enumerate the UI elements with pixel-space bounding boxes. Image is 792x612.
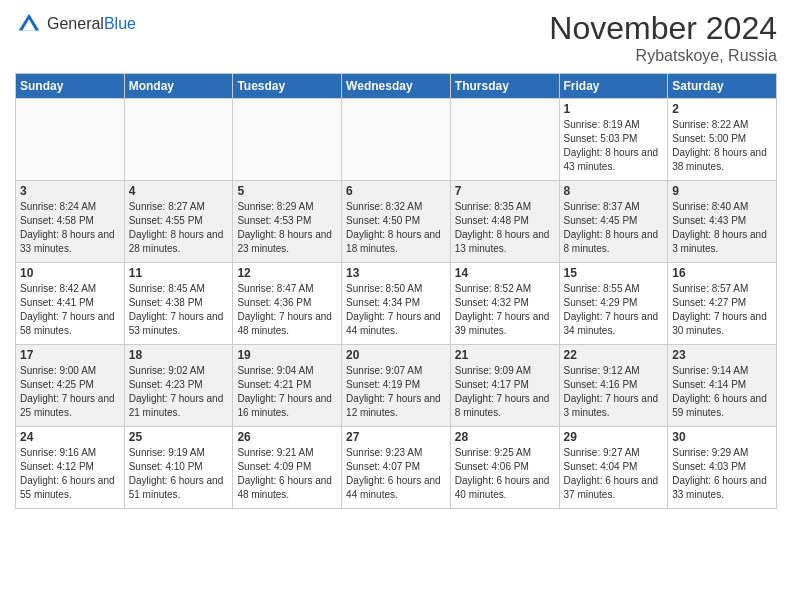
header-row: SundayMondayTuesdayWednesdayThursdayFrid… bbox=[16, 74, 777, 99]
col-header-wednesday: Wednesday bbox=[342, 74, 451, 99]
day-info: Sunrise: 8:55 AM Sunset: 4:29 PM Dayligh… bbox=[564, 282, 664, 338]
day-number: 30 bbox=[672, 430, 772, 444]
col-header-monday: Monday bbox=[124, 74, 233, 99]
day-cell: 27Sunrise: 9:23 AM Sunset: 4:07 PM Dayli… bbox=[342, 427, 451, 509]
day-info: Sunrise: 8:22 AM Sunset: 5:00 PM Dayligh… bbox=[672, 118, 772, 174]
day-info: Sunrise: 9:07 AM Sunset: 4:19 PM Dayligh… bbox=[346, 364, 446, 420]
day-number: 2 bbox=[672, 102, 772, 116]
col-header-thursday: Thursday bbox=[450, 74, 559, 99]
day-number: 7 bbox=[455, 184, 555, 198]
day-cell: 2Sunrise: 8:22 AM Sunset: 5:00 PM Daylig… bbox=[668, 99, 777, 181]
month-title: November 2024 bbox=[549, 10, 777, 47]
day-cell: 19Sunrise: 9:04 AM Sunset: 4:21 PM Dayli… bbox=[233, 345, 342, 427]
day-number: 10 bbox=[20, 266, 120, 280]
day-number: 9 bbox=[672, 184, 772, 198]
day-cell: 22Sunrise: 9:12 AM Sunset: 4:16 PM Dayli… bbox=[559, 345, 668, 427]
day-cell bbox=[124, 99, 233, 181]
col-header-sunday: Sunday bbox=[16, 74, 125, 99]
col-header-friday: Friday bbox=[559, 74, 668, 99]
day-number: 6 bbox=[346, 184, 446, 198]
col-header-tuesday: Tuesday bbox=[233, 74, 342, 99]
title-block: November 2024 Rybatskoye, Russia bbox=[549, 10, 777, 65]
day-number: 26 bbox=[237, 430, 337, 444]
main-container: GeneralBlue November 2024 Rybatskoye, Ru… bbox=[0, 0, 792, 519]
day-info: Sunrise: 8:45 AM Sunset: 4:38 PM Dayligh… bbox=[129, 282, 229, 338]
location: Rybatskoye, Russia bbox=[549, 47, 777, 65]
day-cell: 11Sunrise: 8:45 AM Sunset: 4:38 PM Dayli… bbox=[124, 263, 233, 345]
day-info: Sunrise: 8:47 AM Sunset: 4:36 PM Dayligh… bbox=[237, 282, 337, 338]
day-number: 12 bbox=[237, 266, 337, 280]
day-cell: 10Sunrise: 8:42 AM Sunset: 4:41 PM Dayli… bbox=[16, 263, 125, 345]
day-info: Sunrise: 9:09 AM Sunset: 4:17 PM Dayligh… bbox=[455, 364, 555, 420]
day-number: 8 bbox=[564, 184, 664, 198]
day-info: Sunrise: 9:04 AM Sunset: 4:21 PM Dayligh… bbox=[237, 364, 337, 420]
day-cell bbox=[16, 99, 125, 181]
day-number: 1 bbox=[564, 102, 664, 116]
day-info: Sunrise: 9:21 AM Sunset: 4:09 PM Dayligh… bbox=[237, 446, 337, 502]
week-row-4: 17Sunrise: 9:00 AM Sunset: 4:25 PM Dayli… bbox=[16, 345, 777, 427]
day-cell: 24Sunrise: 9:16 AM Sunset: 4:12 PM Dayli… bbox=[16, 427, 125, 509]
day-info: Sunrise: 9:19 AM Sunset: 4:10 PM Dayligh… bbox=[129, 446, 229, 502]
day-info: Sunrise: 9:02 AM Sunset: 4:23 PM Dayligh… bbox=[129, 364, 229, 420]
header: GeneralBlue November 2024 Rybatskoye, Ru… bbox=[15, 10, 777, 65]
logo-blue: Blue bbox=[104, 15, 136, 32]
day-number: 28 bbox=[455, 430, 555, 444]
day-cell: 29Sunrise: 9:27 AM Sunset: 4:04 PM Dayli… bbox=[559, 427, 668, 509]
day-number: 27 bbox=[346, 430, 446, 444]
day-number: 17 bbox=[20, 348, 120, 362]
day-info: Sunrise: 9:16 AM Sunset: 4:12 PM Dayligh… bbox=[20, 446, 120, 502]
day-cell: 21Sunrise: 9:09 AM Sunset: 4:17 PM Dayli… bbox=[450, 345, 559, 427]
day-number: 22 bbox=[564, 348, 664, 362]
day-info: Sunrise: 9:14 AM Sunset: 4:14 PM Dayligh… bbox=[672, 364, 772, 420]
day-cell: 25Sunrise: 9:19 AM Sunset: 4:10 PM Dayli… bbox=[124, 427, 233, 509]
day-number: 18 bbox=[129, 348, 229, 362]
day-info: Sunrise: 8:42 AM Sunset: 4:41 PM Dayligh… bbox=[20, 282, 120, 338]
day-cell: 26Sunrise: 9:21 AM Sunset: 4:09 PM Dayli… bbox=[233, 427, 342, 509]
day-cell: 23Sunrise: 9:14 AM Sunset: 4:14 PM Dayli… bbox=[668, 345, 777, 427]
week-row-3: 10Sunrise: 8:42 AM Sunset: 4:41 PM Dayli… bbox=[16, 263, 777, 345]
day-info: Sunrise: 8:29 AM Sunset: 4:53 PM Dayligh… bbox=[237, 200, 337, 256]
week-row-2: 3Sunrise: 8:24 AM Sunset: 4:58 PM Daylig… bbox=[16, 181, 777, 263]
day-number: 19 bbox=[237, 348, 337, 362]
day-info: Sunrise: 9:29 AM Sunset: 4:03 PM Dayligh… bbox=[672, 446, 772, 502]
day-number: 21 bbox=[455, 348, 555, 362]
day-info: Sunrise: 8:37 AM Sunset: 4:45 PM Dayligh… bbox=[564, 200, 664, 256]
day-cell: 18Sunrise: 9:02 AM Sunset: 4:23 PM Dayli… bbox=[124, 345, 233, 427]
day-info: Sunrise: 9:25 AM Sunset: 4:06 PM Dayligh… bbox=[455, 446, 555, 502]
logo-text: GeneralBlue bbox=[47, 15, 136, 33]
day-cell bbox=[233, 99, 342, 181]
day-cell bbox=[450, 99, 559, 181]
day-info: Sunrise: 8:32 AM Sunset: 4:50 PM Dayligh… bbox=[346, 200, 446, 256]
day-number: 15 bbox=[564, 266, 664, 280]
day-info: Sunrise: 8:35 AM Sunset: 4:48 PM Dayligh… bbox=[455, 200, 555, 256]
day-info: Sunrise: 8:52 AM Sunset: 4:32 PM Dayligh… bbox=[455, 282, 555, 338]
day-cell: 6Sunrise: 8:32 AM Sunset: 4:50 PM Daylig… bbox=[342, 181, 451, 263]
day-cell: 15Sunrise: 8:55 AM Sunset: 4:29 PM Dayli… bbox=[559, 263, 668, 345]
day-info: Sunrise: 8:40 AM Sunset: 4:43 PM Dayligh… bbox=[672, 200, 772, 256]
day-number: 5 bbox=[237, 184, 337, 198]
day-cell: 3Sunrise: 8:24 AM Sunset: 4:58 PM Daylig… bbox=[16, 181, 125, 263]
logo: GeneralBlue bbox=[15, 10, 136, 38]
day-number: 13 bbox=[346, 266, 446, 280]
day-info: Sunrise: 8:57 AM Sunset: 4:27 PM Dayligh… bbox=[672, 282, 772, 338]
day-number: 24 bbox=[20, 430, 120, 444]
day-cell: 8Sunrise: 8:37 AM Sunset: 4:45 PM Daylig… bbox=[559, 181, 668, 263]
day-info: Sunrise: 8:24 AM Sunset: 4:58 PM Dayligh… bbox=[20, 200, 120, 256]
logo-general: General bbox=[47, 15, 104, 32]
day-number: 20 bbox=[346, 348, 446, 362]
day-info: Sunrise: 9:12 AM Sunset: 4:16 PM Dayligh… bbox=[564, 364, 664, 420]
week-row-5: 24Sunrise: 9:16 AM Sunset: 4:12 PM Dayli… bbox=[16, 427, 777, 509]
day-cell: 5Sunrise: 8:29 AM Sunset: 4:53 PM Daylig… bbox=[233, 181, 342, 263]
day-cell: 4Sunrise: 8:27 AM Sunset: 4:55 PM Daylig… bbox=[124, 181, 233, 263]
logo-icon bbox=[15, 10, 43, 38]
day-cell: 9Sunrise: 8:40 AM Sunset: 4:43 PM Daylig… bbox=[668, 181, 777, 263]
day-info: Sunrise: 8:19 AM Sunset: 5:03 PM Dayligh… bbox=[564, 118, 664, 174]
day-info: Sunrise: 8:27 AM Sunset: 4:55 PM Dayligh… bbox=[129, 200, 229, 256]
day-cell: 28Sunrise: 9:25 AM Sunset: 4:06 PM Dayli… bbox=[450, 427, 559, 509]
col-header-saturday: Saturday bbox=[668, 74, 777, 99]
day-number: 23 bbox=[672, 348, 772, 362]
day-cell: 30Sunrise: 9:29 AM Sunset: 4:03 PM Dayli… bbox=[668, 427, 777, 509]
day-cell bbox=[342, 99, 451, 181]
day-number: 4 bbox=[129, 184, 229, 198]
day-info: Sunrise: 8:50 AM Sunset: 4:34 PM Dayligh… bbox=[346, 282, 446, 338]
